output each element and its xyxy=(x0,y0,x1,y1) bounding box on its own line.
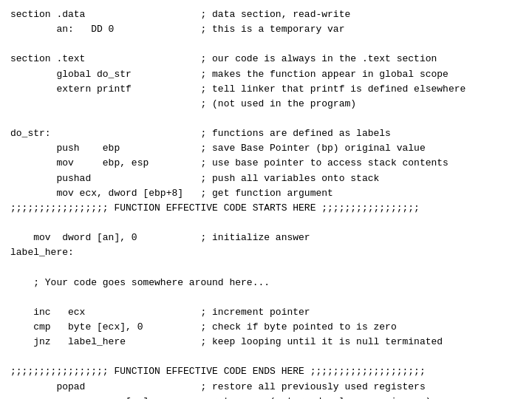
code-block: section .data ; data section, read-write… xyxy=(10,7,522,399)
